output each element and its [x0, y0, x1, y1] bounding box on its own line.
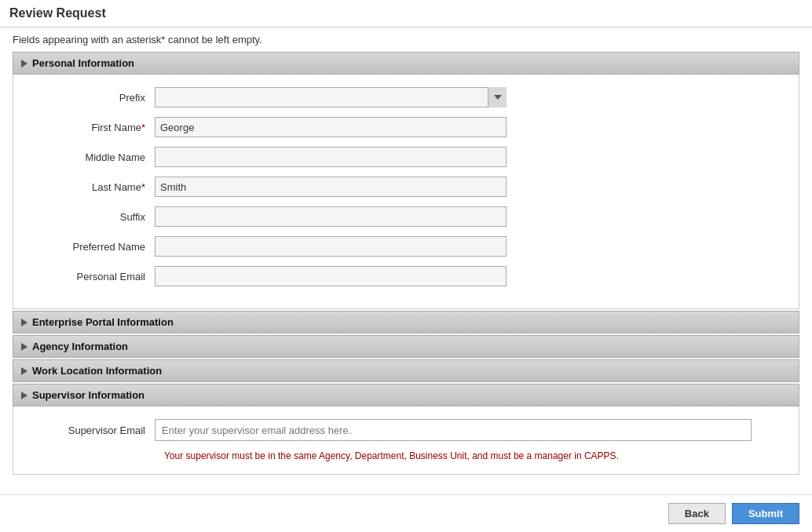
- preferred-name-label: Preferred Name: [29, 241, 155, 253]
- sections-wrapper: Personal Information Prefix Mr. Mrs. Ms.…: [0, 52, 812, 475]
- submit-button[interactable]: Submit: [732, 503, 799, 524]
- first-name-row: First Name*: [29, 117, 783, 137]
- first-name-input[interactable]: [155, 117, 507, 137]
- supervisor-info-arrow-icon: [21, 392, 27, 399]
- personal-info-body: Prefix Mr. Mrs. Ms. Dr.: [13, 75, 799, 309]
- bottom-bar: Back Submit: [0, 494, 812, 532]
- suffix-label: Suffix: [29, 211, 155, 223]
- supervisor-email-row: Supervisor Email: [29, 419, 783, 441]
- last-name-label: Last Name*: [29, 181, 155, 193]
- suffix-input[interactable]: [155, 206, 507, 227]
- supervisor-note: Your supervisor must be in the same Agen…: [164, 450, 783, 461]
- page-title: Review Request: [0, 0, 812, 27]
- work-location-header-label: Work Location Information: [32, 365, 162, 377]
- personal-info-header[interactable]: Personal Information: [13, 52, 799, 75]
- personal-info-arrow-icon: [21, 60, 27, 67]
- personal-info-header-label: Personal Information: [32, 57, 134, 69]
- prefix-label: Prefix: [29, 92, 155, 104]
- suffix-row: Suffix: [29, 206, 783, 227]
- supervisor-info-body: Supervisor Email Your supervisor must be…: [13, 406, 799, 475]
- supervisor-info-section: Supervisor Information Supervisor Email …: [13, 384, 799, 475]
- prefix-row: Prefix Mr. Mrs. Ms. Dr.: [29, 87, 783, 107]
- agency-info-header-label: Agency Information: [32, 341, 128, 352]
- enterprise-portal-header-label: Enterprise Portal Information: [32, 316, 174, 328]
- prefix-select[interactable]: Mr. Mrs. Ms. Dr.: [155, 87, 507, 107]
- preferred-name-row: Preferred Name: [29, 236, 783, 257]
- agency-info-header[interactable]: Agency Information: [13, 335, 799, 358]
- supervisor-info-header-label: Supervisor Information: [32, 389, 144, 401]
- agency-info-section: Agency Information: [13, 335, 799, 358]
- agency-info-arrow-icon: [21, 343, 27, 351]
- middle-name-row: Middle Name: [29, 147, 783, 167]
- last-name-required-star: *: [141, 181, 145, 193]
- page-wrapper: Review Request Fields appearing with an …: [0, 0, 812, 532]
- personal-info-section: Personal Information Prefix Mr. Mrs. Ms.…: [13, 52, 799, 309]
- middle-name-label: Middle Name: [29, 151, 155, 163]
- supervisor-email-input[interactable]: [155, 419, 752, 441]
- prefix-select-wrapper: Mr. Mrs. Ms. Dr.: [155, 87, 507, 107]
- supervisor-info-header[interactable]: Supervisor Information: [13, 384, 799, 406]
- enterprise-portal-arrow-icon: [21, 319, 27, 326]
- last-name-input[interactable]: [155, 177, 507, 197]
- personal-email-label: Personal Email: [29, 271, 155, 282]
- field-note: Fields appearing with an asterisk* canno…: [0, 27, 812, 52]
- enterprise-portal-section: Enterprise Portal Information: [13, 311, 799, 333]
- personal-email-row: Personal Email: [29, 266, 783, 286]
- first-name-label: First Name*: [29, 122, 155, 133]
- preferred-name-input[interactable]: [155, 236, 507, 257]
- supervisor-email-label: Supervisor Email: [29, 425, 155, 436]
- first-name-required-star: *: [141, 122, 145, 133]
- work-location-header[interactable]: Work Location Information: [13, 359, 799, 382]
- personal-email-input[interactable]: [155, 266, 507, 286]
- enterprise-portal-header[interactable]: Enterprise Portal Information: [13, 311, 799, 333]
- work-location-section: Work Location Information: [13, 359, 799, 382]
- work-location-arrow-icon: [21, 367, 27, 375]
- last-name-row: Last Name*: [29, 177, 783, 197]
- back-button[interactable]: Back: [668, 503, 726, 524]
- middle-name-input[interactable]: [155, 147, 507, 167]
